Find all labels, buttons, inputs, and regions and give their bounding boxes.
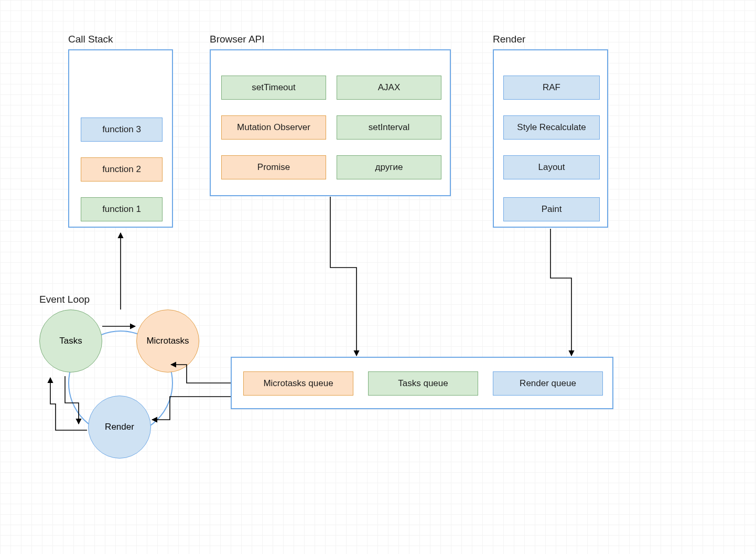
event-loop-label: Event Loop (39, 294, 90, 305)
render-label: Render (493, 34, 525, 45)
browser-api-item: setTimeout (221, 76, 326, 100)
browser-api-label: Browser API (210, 34, 265, 45)
call-stack-label: Call Stack (68, 34, 113, 45)
browser-api-item: Promise (221, 155, 326, 179)
browser-api-item: setInterval (337, 115, 441, 140)
render-panel: RAF Style Recalculate Layout Paint (493, 49, 608, 228)
call-stack-panel: function 3 function 2 function 1 (68, 49, 173, 228)
render-pipeline-item: Paint (503, 197, 600, 221)
browser-api-item: AJAX (337, 76, 441, 100)
browser-api-panel: setTimeout AJAX Mutation Observer setInt… (210, 49, 451, 196)
queue-render: Render queue (493, 371, 603, 396)
browser-api-item: Mutation Observer (221, 115, 326, 140)
queues-panel: Microtasks queue Tasks queue Render queu… (231, 357, 613, 409)
event-loop-render: Render (88, 396, 151, 459)
render-pipeline-item: RAF (503, 76, 600, 100)
event-loop-microtasks: Microtasks (136, 310, 199, 372)
render-pipeline-item: Layout (503, 155, 600, 179)
call-stack-item: function 2 (81, 157, 163, 182)
queue-tasks: Tasks queue (368, 371, 478, 396)
queue-microtasks: Microtasks queue (243, 371, 353, 396)
event-loop-tasks: Tasks (39, 310, 102, 372)
render-pipeline-item: Style Recalculate (503, 115, 600, 140)
browser-api-item: другие (337, 155, 441, 179)
call-stack-item: function 3 (81, 118, 163, 142)
call-stack-item: function 1 (81, 197, 163, 221)
